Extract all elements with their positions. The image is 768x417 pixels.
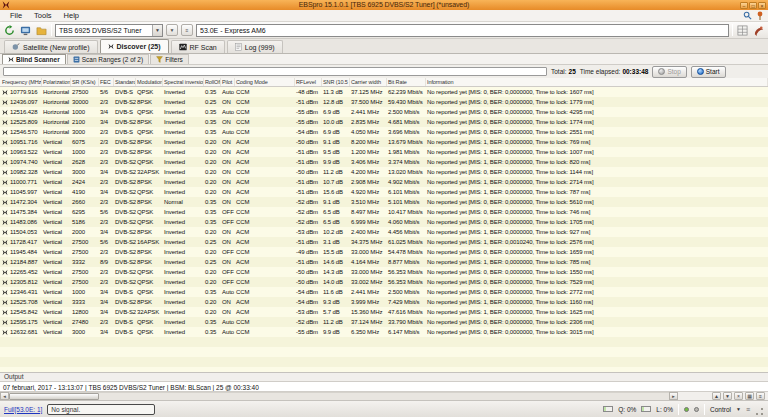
- table-row[interactable]: 10779.916 Horizontal 27500 5/6 DVB-S QPS…: [0, 87, 768, 97]
- table-row[interactable]: 11504.053 Vertical 2000 3/4 DVB-S2 8PSK …: [0, 227, 768, 237]
- table-row[interactable]: 12305.812 Vertical 27500 2/3 DVB-S2 QPSK…: [0, 277, 768, 287]
- cell-spectral-inversion: Inverted: [163, 87, 204, 97]
- cell-pilot: ON: [221, 137, 235, 147]
- refresh-devices-icon[interactable]: [3, 24, 16, 37]
- cell-carrier-width: 2.441 MHz: [350, 107, 387, 117]
- cell-spectral-inversion: Inverted: [163, 277, 204, 287]
- table-row[interactable]: 11475.384 Vertical 6295 5/6 DVB-S2 QPSK …: [0, 207, 768, 217]
- profile-folder-icon[interactable]: [35, 24, 48, 37]
- cell-symbol-rate: 27500: [71, 267, 99, 277]
- column-header[interactable]: RFLevel: [295, 78, 322, 86]
- device-monitor-icon[interactable]: [19, 24, 32, 37]
- table-row[interactable]: 12516.428 Horizontal 1000 3/4 DVB-S QPSK…: [0, 107, 768, 117]
- column-header[interactable]: Standard: [114, 78, 136, 86]
- butterfly-icon: [2, 219, 8, 226]
- table-row[interactable]: 11483.086 Vertical 5186 2/3 DVB-S2 QPSK …: [0, 217, 768, 227]
- cell-carrier-width: 37.124 MHz: [350, 317, 387, 327]
- lnb-settings-icon[interactable]: ▼: [166, 24, 178, 36]
- cell-pilot: ON: [221, 157, 235, 167]
- table-row[interactable]: 10951.716 Vertical 6075 2/3 DVB-S2 8PSK …: [0, 137, 768, 147]
- table-row[interactable]: 11945.484 Vertical 27500 2/3 DVB-S2 8PSK…: [0, 247, 768, 257]
- cell-coding-mode: CCM: [235, 207, 295, 217]
- tuner-select[interactable]: TBS 6925 DVBS/S2 Tuner ▼: [55, 24, 163, 37]
- scroll-down-icon[interactable]: ▼: [723, 392, 732, 400]
- table-row[interactable]: 11000.771 Vertical 2424 2/3 DVB-S2 8PSK …: [0, 177, 768, 187]
- chevron-down-icon[interactable]: ▼: [736, 406, 741, 412]
- column-header[interactable]: Information: [426, 78, 768, 86]
- save-output-icon[interactable]: ▦: [745, 392, 754, 400]
- table-row[interactable]: 11472.304 Vertical 2660 2/3 DVB-S2 8PSK …: [0, 197, 768, 207]
- table-row[interactable]: 12265.452 Vertical 27500 2/3 DVB-S2 QPSK…: [0, 267, 768, 277]
- column-header[interactable]: Spectral inversion: [163, 78, 204, 86]
- minimize-icon[interactable]: –: [740, 2, 748, 9]
- subtab-filters[interactable]: Filters: [150, 54, 189, 64]
- cell-coding-mode: CCM: [235, 107, 295, 117]
- cell-rolloff: 0.35: [204, 217, 221, 227]
- column-header[interactable]: Pilot: [221, 78, 235, 86]
- column-header[interactable]: SNR (10.5 dB): [322, 78, 350, 86]
- tuner-options-icon[interactable]: ≡: [181, 24, 193, 36]
- menu-file[interactable]: File: [4, 10, 28, 21]
- tab-satellite[interactable]: Satellite (New profile): [4, 40, 98, 53]
- column-header[interactable]: Polarization: [42, 78, 71, 86]
- start-button[interactable]: Start: [691, 66, 726, 78]
- cell-pilot: ON: [221, 147, 235, 157]
- table-row[interactable]: 10963.522 Vertical 1000 2/3 DVB-S2 8PSK …: [0, 147, 768, 157]
- profile-link[interactable]: Full[53.0E: 1]: [4, 406, 42, 413]
- table-row[interactable]: 12184.887 Vertical 3332 8/9 DVB-S2 8PSK …: [0, 257, 768, 267]
- column-header[interactable]: Frequency (MHz): [0, 78, 42, 86]
- table-row[interactable]: 12436.097 Horizontal 30000 2/3 DVB-S2 8P…: [0, 97, 768, 107]
- resize-grip[interactable]: [755, 407, 764, 416]
- table-row[interactable]: 12346.431 Vertical 1000 3/4 DVB-S QPSK I…: [0, 287, 768, 297]
- table-row[interactable]: 12545.842 Vertical 12800 3/4 DVB-S2 32AP…: [0, 307, 768, 317]
- table-row[interactable]: 12525.708 Vertical 3333 3/4 DVB-S2 8PSK …: [0, 297, 768, 307]
- cell-bit-rate: 13.679 Mbit/s: [387, 137, 426, 147]
- pin-icon[interactable]: [756, 11, 764, 20]
- table-row[interactable]: 12525.809 Horizontal 2100 3/4 DVB-S2 8PS…: [0, 117, 768, 127]
- table-row[interactable]: 11728.417 Vertical 27500 5/6 DVB-S2 16AP…: [0, 237, 768, 247]
- subtab-blind-scanner[interactable]: Blind Scanner: [2, 54, 66, 64]
- cell-carrier-width: 37.500 MHz: [350, 97, 387, 107]
- table-row[interactable]: 12595.175 Vertical 27480 2/3 DVB-S QPSK …: [0, 317, 768, 327]
- column-header[interactable]: FEC: [99, 78, 114, 86]
- table-row[interactable]: 11045.997 Vertical 4190 3/4 DVB-S2 QPSK …: [0, 187, 768, 197]
- transponder-grid-icon[interactable]: [736, 24, 749, 37]
- search-icon[interactable]: [743, 11, 752, 20]
- scroll-left-icon[interactable]: ◄: [0, 392, 9, 400]
- satellite-dish-icon[interactable]: [752, 24, 765, 37]
- column-header[interactable]: Coding Mode: [235, 78, 295, 86]
- stop-button[interactable]: Stop: [652, 66, 686, 78]
- table-row[interactable]: 10974.740 Vertical 2628 2/3 DVB-S2 QPSK …: [0, 157, 768, 167]
- column-header[interactable]: Bit Rate: [387, 78, 426, 86]
- close-icon[interactable]: ×: [758, 2, 766, 9]
- cell-bit-rate: 56.353 Mbit/s: [387, 267, 426, 277]
- menu-tools[interactable]: Tools: [28, 10, 58, 21]
- menu-help[interactable]: Help: [58, 10, 85, 21]
- cell-coding-mode: CCM: [235, 317, 295, 327]
- table-row[interactable]: 12632.681 Vertical 3000 3/4 DVB-S QPSK I…: [0, 327, 768, 337]
- tab-discover[interactable]: Discover (25): [100, 39, 169, 53]
- clear-output-icon[interactable]: ×: [734, 392, 743, 400]
- column-header[interactable]: Modulation: [136, 78, 163, 86]
- cell-polarization: Vertical: [42, 317, 71, 327]
- cell-information: No reported yet [MIS: 0, BER: 0,0000000,…: [426, 167, 768, 177]
- control-menu-icon[interactable]: ≡: [746, 406, 750, 413]
- column-header[interactable]: RollOff: [204, 78, 221, 86]
- scroll-right-icon[interactable]: ►: [669, 392, 678, 400]
- tab-log[interactable]: Log (999): [227, 40, 283, 53]
- tab-bar: Satellite (New profile) Discover (25) RF…: [0, 39, 768, 54]
- column-header[interactable]: SR (KS/s): [71, 78, 99, 86]
- tab-rf-scan[interactable]: RF Scan: [171, 40, 225, 53]
- cell-snr: 14.6 dB: [322, 257, 350, 267]
- subtab-scan-ranges[interactable]: Scan Ranges (2 of 2): [67, 54, 149, 64]
- maximize-icon[interactable]: □: [749, 2, 757, 9]
- table-row[interactable]: 12546.570 Horizontal 3000 2/3 DVB-S QPSK…: [0, 127, 768, 137]
- output-menu-icon[interactable]: ≡: [756, 392, 765, 400]
- satellite-input[interactable]: [196, 24, 729, 37]
- table-row[interactable]: 10982.328 Vertical 3000 3/4 DVB-S2 32APS…: [0, 167, 768, 177]
- column-header[interactable]: Carrier width: [350, 78, 387, 86]
- control-menu[interactable]: Control: [710, 406, 731, 413]
- tab-label: RF Scan: [190, 44, 217, 51]
- scrollbar-thumb[interactable]: [9, 393, 99, 400]
- scroll-up-icon[interactable]: ▲: [712, 392, 721, 400]
